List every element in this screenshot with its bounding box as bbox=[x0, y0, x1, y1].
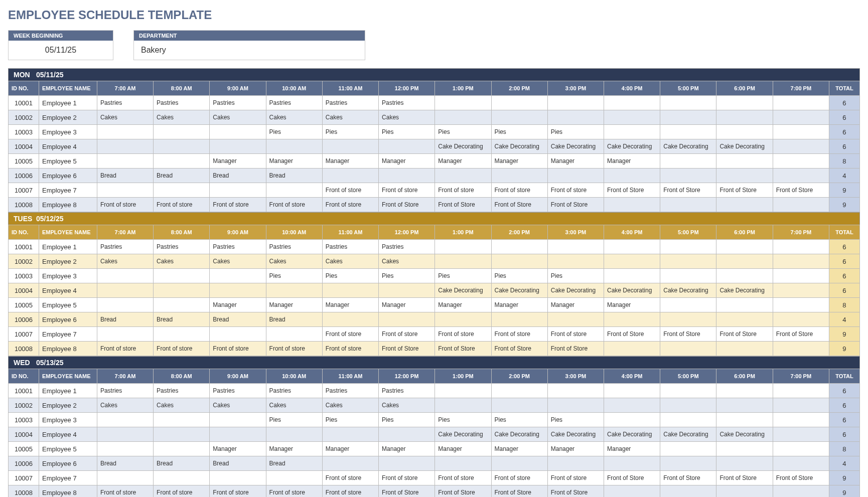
cell-slot[interactable] bbox=[322, 139, 378, 154]
cell-slot[interactable] bbox=[379, 283, 435, 298]
cell-slot[interactable]: Manager bbox=[604, 154, 660, 169]
cell-slot[interactable]: Front of store bbox=[547, 327, 604, 342]
cell-slot[interactable]: Front of Store bbox=[547, 342, 604, 356]
cell-slot[interactable]: Front of store bbox=[379, 327, 435, 342]
cell-slot[interactable]: Front of store bbox=[97, 485, 153, 498]
cell-slot[interactable]: Bread bbox=[266, 169, 322, 183]
cell-slot[interactable] bbox=[379, 456, 435, 471]
cell-slot[interactable] bbox=[322, 427, 378, 442]
cell-slot[interactable]: Pastries bbox=[97, 96, 153, 110]
cell-slot[interactable] bbox=[604, 240, 660, 254]
cell-slot[interactable] bbox=[716, 154, 773, 169]
cell-slot[interactable] bbox=[604, 398, 660, 413]
cell-slot[interactable]: Front of store bbox=[547, 183, 604, 198]
cell-slot[interactable]: Cake Decorating bbox=[547, 283, 604, 298]
cell-slot[interactable] bbox=[435, 384, 491, 398]
cell-slot[interactable] bbox=[154, 139, 210, 154]
cell-slot[interactable] bbox=[547, 169, 604, 183]
cell-slot[interactable]: Pies bbox=[322, 125, 378, 139]
cell-slot[interactable] bbox=[547, 312, 604, 327]
cell-slot[interactable]: Cakes bbox=[97, 398, 153, 413]
cell-slot[interactable] bbox=[604, 254, 660, 269]
cell-slot[interactable]: Front of Store bbox=[491, 342, 547, 356]
cell-slot[interactable]: Cake Decorating bbox=[491, 139, 547, 154]
cell-slot[interactable] bbox=[716, 442, 773, 456]
cell-slot[interactable]: Front of store bbox=[491, 327, 547, 342]
cell-slot[interactable]: Front of store bbox=[322, 327, 378, 342]
cell-slot[interactable]: Bread bbox=[97, 169, 153, 183]
cell-slot[interactable]: Front of store bbox=[322, 198, 378, 212]
cell-slot[interactable]: Pies bbox=[322, 269, 378, 283]
cell-slot[interactable]: Bread bbox=[154, 312, 210, 327]
cell-slot[interactable]: Cakes bbox=[379, 110, 435, 125]
cell-slot[interactable] bbox=[266, 427, 322, 442]
cell-slot[interactable]: Pastries bbox=[379, 240, 435, 254]
cell-slot[interactable]: Manager bbox=[322, 154, 378, 169]
cell-slot[interactable] bbox=[773, 456, 829, 471]
cell-slot[interactable]: Cakes bbox=[154, 110, 210, 125]
cell-slot[interactable]: Front of store bbox=[491, 471, 547, 485]
cell-slot[interactable] bbox=[773, 413, 829, 427]
cell-slot[interactable] bbox=[716, 125, 773, 139]
cell-slot[interactable]: Pies bbox=[266, 125, 322, 139]
cell-slot[interactable] bbox=[604, 96, 660, 110]
cell-slot[interactable]: Front of store bbox=[435, 327, 491, 342]
cell-slot[interactable] bbox=[660, 198, 716, 212]
cell-slot[interactable] bbox=[210, 283, 266, 298]
cell-slot[interactable]: Cakes bbox=[266, 254, 322, 269]
cell-slot[interactable]: Pies bbox=[379, 413, 435, 427]
cell-slot[interactable] bbox=[660, 254, 716, 269]
cell-slot[interactable]: Bread bbox=[266, 312, 322, 327]
cell-slot[interactable]: Pastries bbox=[154, 384, 210, 398]
cell-slot[interactable] bbox=[491, 169, 547, 183]
cell-slot[interactable] bbox=[716, 254, 773, 269]
cell-slot[interactable] bbox=[266, 183, 322, 198]
cell-slot[interactable]: Bread bbox=[210, 312, 266, 327]
cell-slot[interactable]: Manager bbox=[266, 442, 322, 456]
cell-slot[interactable]: Pies bbox=[379, 269, 435, 283]
cell-slot[interactable]: Cake Decorating bbox=[604, 139, 660, 154]
cell-slot[interactable] bbox=[604, 125, 660, 139]
cell-slot[interactable]: Pies bbox=[379, 125, 435, 139]
cell-slot[interactable] bbox=[660, 169, 716, 183]
cell-slot[interactable] bbox=[660, 298, 716, 312]
cell-slot[interactable] bbox=[716, 485, 773, 498]
cell-slot[interactable] bbox=[604, 269, 660, 283]
cell-slot[interactable]: Cakes bbox=[322, 110, 378, 125]
cell-slot[interactable]: Front of Store bbox=[379, 342, 435, 356]
cell-slot[interactable] bbox=[322, 283, 378, 298]
cell-slot[interactable]: Cake Decorating bbox=[716, 283, 773, 298]
cell-slot[interactable]: Front of store bbox=[97, 342, 153, 356]
cell-slot[interactable]: Front of Store bbox=[716, 471, 773, 485]
cell-slot[interactable] bbox=[379, 139, 435, 154]
cell-slot[interactable]: Bread bbox=[210, 169, 266, 183]
cell-slot[interactable] bbox=[773, 485, 829, 498]
cell-slot[interactable]: Front of store bbox=[435, 471, 491, 485]
cell-slot[interactable] bbox=[773, 110, 829, 125]
cell-slot[interactable]: Cake Decorating bbox=[435, 283, 491, 298]
cell-slot[interactable]: Front of store bbox=[210, 485, 266, 498]
cell-slot[interactable]: Manager bbox=[547, 442, 604, 456]
cell-slot[interactable]: Manager bbox=[379, 154, 435, 169]
cell-slot[interactable] bbox=[547, 254, 604, 269]
cell-slot[interactable] bbox=[604, 485, 660, 498]
cell-slot[interactable] bbox=[491, 254, 547, 269]
cell-slot[interactable]: Cakes bbox=[379, 398, 435, 413]
cell-slot[interactable] bbox=[716, 169, 773, 183]
cell-slot[interactable]: Pastries bbox=[210, 384, 266, 398]
cell-slot[interactable] bbox=[154, 413, 210, 427]
cell-slot[interactable]: Pastries bbox=[154, 240, 210, 254]
department-value[interactable]: Bakery bbox=[134, 41, 365, 60]
cell-slot[interactable]: Cakes bbox=[322, 398, 378, 413]
cell-slot[interactable]: Manager bbox=[379, 442, 435, 456]
cell-slot[interactable] bbox=[210, 125, 266, 139]
cell-slot[interactable]: Pastries bbox=[210, 96, 266, 110]
cell-slot[interactable]: Front of store bbox=[322, 183, 378, 198]
cell-slot[interactable] bbox=[154, 269, 210, 283]
cell-slot[interactable] bbox=[379, 169, 435, 183]
cell-slot[interactable] bbox=[210, 327, 266, 342]
cell-slot[interactable] bbox=[604, 198, 660, 212]
cell-slot[interactable]: Pies bbox=[266, 413, 322, 427]
cell-slot[interactable]: Cake Decorating bbox=[547, 427, 604, 442]
cell-slot[interactable]: Pastries bbox=[266, 240, 322, 254]
